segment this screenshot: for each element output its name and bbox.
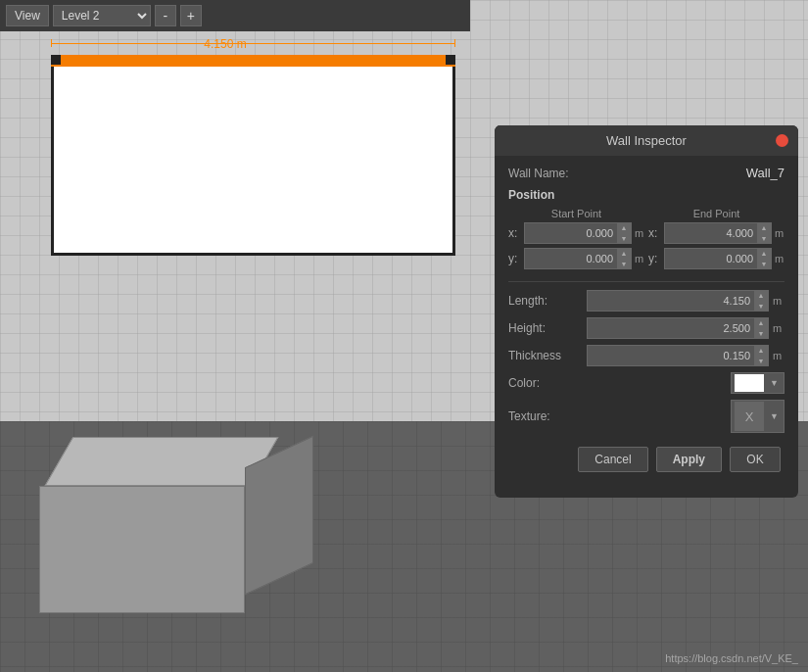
- ex-label: x:: [648, 226, 664, 240]
- ey-input[interactable]: [665, 253, 757, 264]
- end-point-group: End Point x: ▲ ▼ m: [648, 208, 784, 273]
- sy-unit: m: [635, 253, 644, 264]
- sy-label: y:: [508, 252, 524, 265]
- texture-swatch: X: [735, 402, 764, 431]
- length-down[interactable]: ▼: [754, 301, 768, 312]
- wall-canvas: [51, 55, 455, 256]
- position-title: Position: [508, 188, 784, 202]
- ey-up[interactable]: ▲: [757, 248, 771, 259]
- height-row: Height: ▲ ▼ m: [508, 317, 784, 339]
- length-spinners: ▲ ▼: [754, 290, 768, 312]
- sx-row: x: ▲ ▼ m: [508, 222, 644, 244]
- texture-row: Texture: X ▼: [508, 400, 784, 433]
- ey-down[interactable]: ▼: [757, 259, 771, 269]
- texture-value: X: [745, 409, 754, 424]
- ey-unit: m: [775, 253, 784, 264]
- box-front-face: [39, 486, 245, 613]
- wall-corner-tl: [51, 55, 61, 65]
- thickness-input-wrap: ▲ ▼: [587, 345, 769, 366]
- height-spinners: ▲ ▼: [754, 317, 768, 339]
- sy-up[interactable]: ▲: [617, 248, 631, 259]
- thickness-unit: m: [773, 350, 784, 361]
- watermark: https://blog.csdn.net/V_KE_: [665, 652, 798, 664]
- length-input-wrap: ▲ ▼: [587, 290, 769, 312]
- ex-input-wrap: ▲ ▼: [664, 222, 772, 244]
- measurement-label: 4.150 m: [98, 37, 353, 51]
- level-select[interactable]: Level 2: [53, 5, 151, 26]
- inspector-body: Wall Name: Wall_7 Position Start Point x…: [495, 156, 798, 482]
- end-point-label: End Point: [648, 208, 784, 219]
- wall-inspector-panel: Wall Inspector Wall Name: Wall_7 Positio…: [495, 125, 798, 498]
- sx-input-wrap: ▲ ▼: [524, 222, 632, 244]
- toolbar: View Level 2 - +: [0, 0, 470, 31]
- sy-down[interactable]: ▼: [617, 259, 631, 269]
- sx-spinners: ▲ ▼: [617, 222, 631, 244]
- thickness-spinners: ▲ ▼: [754, 345, 768, 366]
- sy-input[interactable]: [525, 253, 617, 264]
- start-point-label: Start Point: [508, 208, 644, 219]
- thickness-row: Thickness ▲ ▼ m: [508, 345, 784, 366]
- length-input[interactable]: [588, 295, 754, 307]
- ex-row: x: ▲ ▼ m: [648, 222, 784, 244]
- color-picker[interactable]: ▼: [731, 372, 784, 394]
- height-input[interactable]: [588, 322, 754, 334]
- texture-label: Texture:: [508, 409, 587, 423]
- height-up[interactable]: ▲: [754, 317, 768, 328]
- color-swatch: [735, 374, 764, 392]
- height-unit: m: [773, 322, 784, 334]
- thickness-up[interactable]: ▲: [754, 345, 768, 356]
- color-dropdown-arrow: ▼: [767, 378, 782, 388]
- ex-up[interactable]: ▲: [757, 222, 771, 233]
- sy-input-wrap: ▲ ▼: [524, 248, 632, 269]
- length-up[interactable]: ▲: [754, 290, 768, 301]
- ey-spinners: ▲ ▼: [757, 248, 771, 269]
- color-label: Color:: [508, 376, 587, 390]
- minus-button[interactable]: -: [155, 5, 176, 26]
- wall-top-bar: [51, 55, 455, 67]
- ex-unit: m: [775, 227, 784, 239]
- close-button[interactable]: [776, 134, 788, 147]
- height-down[interactable]: ▼: [754, 328, 768, 339]
- viewport: View Level 2 - + 4.150 m Wall Inspector …: [0, 0, 808, 672]
- wall-name-row: Wall Name: Wall_7: [508, 166, 784, 180]
- ey-input-wrap: ▲ ▼: [664, 248, 772, 269]
- sx-down[interactable]: ▼: [617, 233, 631, 244]
- sx-label: x:: [508, 226, 524, 240]
- texture-picker[interactable]: X ▼: [731, 400, 784, 433]
- plus-button[interactable]: +: [180, 5, 202, 26]
- ey-label: y:: [648, 252, 664, 265]
- sy-spinners: ▲ ▼: [617, 248, 631, 269]
- sx-unit: m: [635, 227, 644, 239]
- length-unit: m: [773, 295, 784, 307]
- texture-dropdown-arrow: ▼: [767, 411, 782, 421]
- wall-name-label: Wall Name:: [508, 167, 587, 180]
- box-top-face: [45, 437, 279, 486]
- thickness-input[interactable]: [588, 350, 754, 361]
- ey-row: y: ▲ ▼ m: [648, 248, 784, 269]
- apply-button[interactable]: Apply: [656, 447, 722, 472]
- wall-name-value: Wall_7: [746, 166, 784, 180]
- inspector-title: Wall Inspector: [606, 133, 687, 148]
- length-row: Length: ▲ ▼ m: [508, 290, 784, 312]
- ex-down[interactable]: ▼: [757, 233, 771, 244]
- sx-input[interactable]: [525, 227, 617, 239]
- position-grid: Start Point x: ▲ ▼ m: [508, 208, 784, 273]
- button-row: Cancel Apply OK: [508, 447, 784, 472]
- view-button[interactable]: View: [6, 5, 49, 26]
- thickness-label: Thickness: [508, 349, 587, 362]
- ex-spinners: ▲ ▼: [757, 222, 771, 244]
- cancel-button[interactable]: Cancel: [578, 447, 647, 472]
- position-section: Position Start Point x: ▲ ▼: [508, 188, 784, 273]
- start-point-group: Start Point x: ▲ ▼ m: [508, 208, 644, 273]
- sy-row: y: ▲ ▼ m: [508, 248, 644, 269]
- sx-up[interactable]: ▲: [617, 222, 631, 233]
- wall-corner-tr: [446, 55, 455, 65]
- inspector-header: Wall Inspector: [495, 125, 798, 156]
- ex-input[interactable]: [665, 227, 757, 239]
- thickness-down[interactable]: ▼: [754, 356, 768, 366]
- color-row: Color: ▼: [508, 372, 784, 394]
- length-label: Length:: [508, 294, 587, 308]
- height-input-wrap: ▲ ▼: [587, 317, 769, 339]
- divider-1: [508, 281, 784, 282]
- ok-button[interactable]: OK: [730, 447, 781, 472]
